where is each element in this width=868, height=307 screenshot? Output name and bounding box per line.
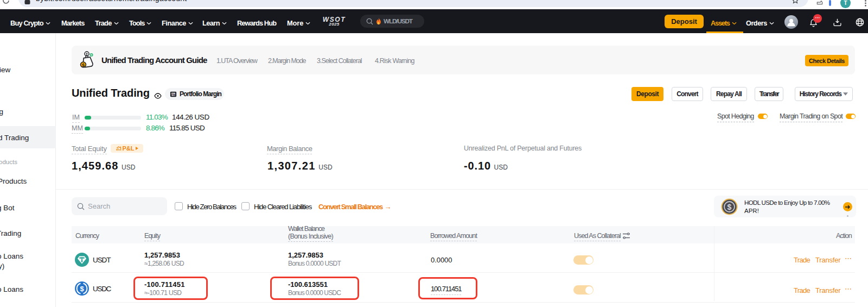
svg-text:$: $ <box>80 285 84 293</box>
svg-text:$: $ <box>727 203 732 211</box>
svg-text:$: $ <box>82 62 85 68</box>
svg-text:PM: PM <box>171 92 176 96</box>
